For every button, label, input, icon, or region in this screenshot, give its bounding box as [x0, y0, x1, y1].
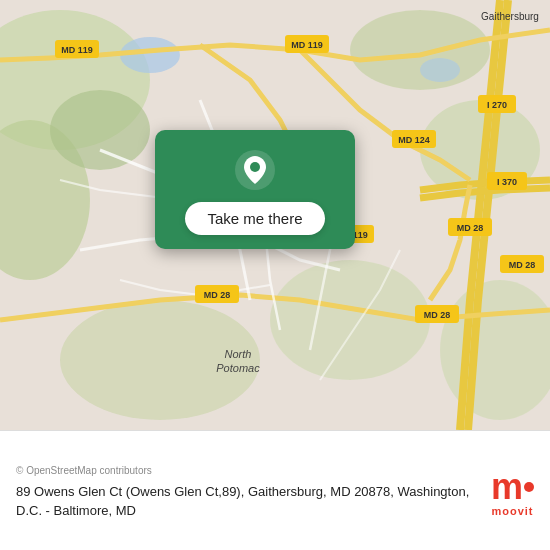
- take-me-there-button[interactable]: Take me there: [185, 202, 324, 235]
- map-container: MD 119 MD 119 MD 119 MD 124 I 270 I 370 …: [0, 0, 550, 430]
- svg-point-35: [250, 162, 260, 172]
- svg-text:MD 28: MD 28: [509, 260, 536, 270]
- osm-credit: © OpenStreetMap contributors: [16, 465, 481, 476]
- svg-text:MD 124: MD 124: [398, 135, 430, 145]
- svg-point-10: [420, 58, 460, 82]
- svg-text:MD 28: MD 28: [204, 290, 231, 300]
- moovit-brand-text: moovit: [491, 505, 533, 517]
- popup-card: Take me there: [155, 130, 355, 249]
- svg-text:Potomac: Potomac: [216, 362, 260, 374]
- svg-text:Gaithersburg: Gaithersburg: [481, 11, 539, 22]
- svg-text:North: North: [225, 348, 252, 360]
- address-block: © OpenStreetMap contributors 89 Owens Gl…: [16, 465, 491, 521]
- svg-text:MD 119: MD 119: [61, 45, 93, 55]
- svg-text:MD 119: MD 119: [291, 40, 323, 50]
- svg-text:MD 28: MD 28: [457, 223, 484, 233]
- svg-point-4: [350, 10, 490, 90]
- moovit-letter: m: [491, 469, 523, 505]
- svg-point-6: [60, 300, 260, 420]
- moovit-dot: [524, 482, 534, 492]
- moovit-logo: m moovit: [491, 469, 534, 517]
- svg-text:MD 28: MD 28: [424, 310, 451, 320]
- svg-text:I 370: I 370: [497, 177, 517, 187]
- info-bar: © OpenStreetMap contributors 89 Owens Gl…: [0, 430, 550, 550]
- svg-point-8: [50, 90, 150, 170]
- svg-text:I 270: I 270: [487, 100, 507, 110]
- location-pin-icon: [233, 148, 277, 192]
- address-text: 89 Owens Glen Ct (Owens Glen Ct,89), Gai…: [16, 482, 481, 521]
